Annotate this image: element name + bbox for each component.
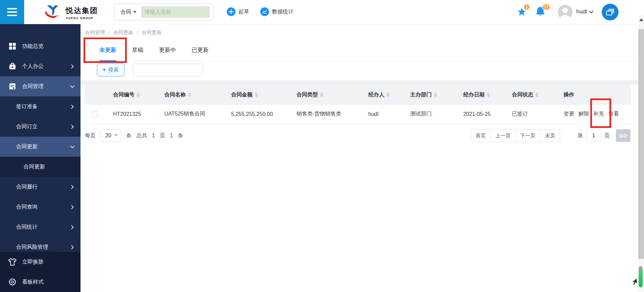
stats-label: 数据统计 — [272, 8, 293, 15]
contracts-table: 合同编号 合同名称 合同金额 合同类型 经办人 主办部门 经办日期 合同状态 操… — [85, 85, 631, 124]
chevron-down-icon — [133, 11, 137, 13]
sidebar-item-label: 合同统计 — [16, 224, 38, 231]
data-statistics-button[interactable]: 数据统计 — [260, 7, 293, 16]
breadcrumb-item[interactable]: 合同更新 — [142, 29, 162, 35]
scroll-up-arrow-icon[interactable] — [639, 18, 643, 21]
sidebar-item-label: 看板样式 — [22, 279, 44, 286]
header-divider — [552, 8, 552, 17]
notifications-button[interactable]: 17 — [535, 6, 545, 19]
mouse-cursor-icon — [631, 277, 638, 287]
header-checkbox-spacer — [85, 85, 106, 105]
draft-button[interactable]: 起草 — [227, 7, 249, 16]
col-department[interactable]: 主办部门 — [404, 85, 457, 105]
sidebar-item-function-overview[interactable]: 功能总览 — [0, 36, 80, 56]
main-content: 合同管理 / 合同更新 / 合同更新 未更新 草稿 更新中 已更新 搜索 合同编… — [80, 24, 638, 292]
top-header: 悦达集团 YUEDA GROUP 合同 起草 数据统计 ★ 1 — [0, 0, 644, 24]
action-terminate[interactable]: 解除 — [578, 111, 589, 117]
sidebar-item-contract-query[interactable]: 合同查询 — [0, 197, 80, 217]
cell-contract-no: HT2021325 — [106, 105, 158, 124]
sort-icon[interactable] — [255, 92, 258, 97]
layers-icon — [606, 8, 614, 16]
page-number-input[interactable] — [586, 130, 601, 142]
col-status[interactable]: 合同状态 — [505, 85, 557, 105]
pagination-buttons: 首页 上一页 下一页 末页 — [471, 129, 560, 142]
global-search: 合同 — [114, 4, 214, 20]
change-skin-button[interactable]: 立即换肤 — [0, 252, 80, 272]
cell-status: 已签订 — [505, 105, 557, 124]
tabs-bar: 未更新 草稿 更新中 已更新 — [80, 40, 638, 61]
sort-icon[interactable] — [434, 92, 437, 97]
tab-not-updated[interactable]: 未更新 — [99, 40, 116, 61]
prev-page-button[interactable]: 上一页 — [491, 129, 516, 142]
tab-draft[interactable]: 草稿 — [132, 40, 143, 61]
pagination-bar: 每页 20 条 总共 1 页 1 条 首页 上一页 下一页 末页 第 页 GO — [80, 126, 638, 146]
search-category-label: 合同 — [120, 9, 131, 16]
sort-icon[interactable] — [487, 92, 490, 97]
col-contract-name[interactable]: 合同名称 — [158, 85, 224, 105]
company-logo: 悦达集团 YUEDA GROUP — [44, 4, 98, 21]
sidebar-item-contract-management[interactable]: 合同管理 — [0, 76, 80, 96]
draft-label: 起草 — [238, 8, 249, 15]
sort-icon[interactable] — [188, 92, 191, 97]
row-checkbox[interactable] — [92, 111, 98, 117]
avatar[interactable] — [558, 5, 573, 19]
tab-updating[interactable]: 更新中 — [159, 40, 176, 61]
sidebar-item-label: 合同订立 — [16, 123, 38, 130]
sidebar-subitem-contract-update[interactable]: 合同更新 — [0, 157, 80, 177]
tab-updated[interactable]: 已更新 — [192, 40, 209, 61]
go-button[interactable]: GO — [616, 129, 631, 142]
per-page-label: 每页 — [85, 132, 96, 139]
sort-icon[interactable] — [535, 92, 539, 97]
chevron-right-icon — [69, 64, 74, 69]
breadcrumb: 合同管理 / 合同更新 / 合同更新 — [85, 29, 162, 36]
col-date[interactable]: 经办日期 — [457, 85, 505, 105]
col-contract-no[interactable]: 合同编号 — [106, 85, 158, 105]
favorites-button[interactable]: ★ 1 — [517, 6, 527, 17]
col-handler[interactable]: 经办人 — [362, 85, 404, 105]
col-actions: 操作 — [557, 85, 631, 105]
sort-icon[interactable] — [137, 92, 140, 97]
sidebar-item-label: 立即换肤 — [22, 259, 44, 266]
pagination-totals: 条 总共 1 页 1 条 — [126, 132, 186, 139]
multi-window-button[interactable] — [602, 4, 619, 20]
username-label: hudl — [576, 8, 587, 15]
per-page-select[interactable]: 20 — [100, 129, 121, 142]
search-button[interactable]: 搜索 — [97, 64, 124, 76]
action-supplement[interactable]: 补充 — [593, 111, 604, 117]
vertical-scrollbar[interactable] — [638, 15, 644, 292]
sidebar-item-contract-performance[interactable]: 合同履行 — [0, 177, 80, 197]
col-amount[interactable]: 合同金额 — [224, 85, 290, 105]
search-category-dropdown[interactable]: 合同 — [114, 9, 137, 16]
sidebar-item-contract-update[interactable]: 合同更新 — [0, 137, 80, 157]
sidebar-item-contract-statistics[interactable]: 合同统计 — [0, 217, 80, 237]
sort-icon[interactable] — [320, 92, 323, 97]
sidebar-item-label: 签订准备 — [16, 103, 38, 110]
hamburger-menu-icon[interactable] — [0, 0, 24, 24]
triangle-down-icon — [103, 69, 106, 71]
next-page-button[interactable]: 下一页 — [516, 129, 540, 142]
col-type[interactable]: 合同类型 — [290, 85, 362, 105]
search-input[interactable] — [141, 6, 210, 18]
sort-icon[interactable] — [386, 92, 390, 97]
action-view[interactable]: 查看 — [608, 111, 619, 117]
board-style-button[interactable]: 看板样式 — [0, 272, 80, 292]
logo-title: 悦达集团 — [66, 6, 98, 16]
breadcrumb-item[interactable]: 合同更新 — [113, 29, 133, 35]
sidebar-item-contract-establishment[interactable]: 合同订立 — [0, 117, 80, 137]
first-page-button[interactable]: 首页 — [471, 129, 491, 142]
jump-suffix-label: 页 — [604, 132, 610, 139]
chevron-down-icon — [589, 9, 593, 13]
chevron-right-icon — [69, 185, 74, 189]
sidebar-item-signing-preparation[interactable]: 签订准备 — [0, 96, 80, 117]
chevron-right-icon — [69, 104, 74, 109]
sidebar-item-personal-office[interactable]: 个人办公 — [0, 56, 80, 76]
scrollbar-thumb[interactable] — [638, 29, 644, 259]
user-menu[interactable]: hudl — [576, 8, 592, 15]
filter-input[interactable] — [132, 64, 203, 76]
last-page-button[interactable]: 末页 — [540, 129, 560, 142]
sidebar-item-label: 合同管理 — [22, 83, 44, 90]
breadcrumb-separator: / — [137, 29, 138, 35]
action-change[interactable]: 变更 — [564, 111, 574, 117]
sidebar-nav: 功能总览 个人办公 合同管理 签订准备 合同订立 合同更新 — [0, 24, 80, 292]
breadcrumb-item[interactable]: 合同管理 — [85, 29, 105, 35]
